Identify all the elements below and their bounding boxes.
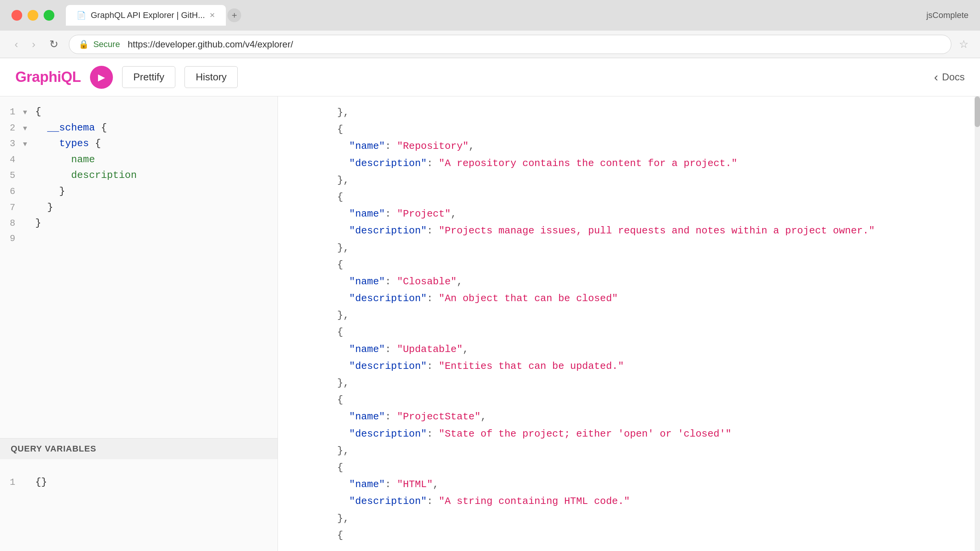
line-num-8: 8 (0, 216, 23, 231)
browser-tab[interactable]: 📄 GraphQL API Explorer | GitH... ✕ (66, 5, 226, 26)
scrollbar-thumb[interactable] (975, 96, 980, 127)
line-content-6: } (32, 184, 65, 200)
code-line-7: 7 } (0, 200, 278, 216)
scrollbar-track[interactable] (975, 96, 980, 551)
title-bar: 📄 GraphQL API Explorer | GitH... ✕ + jsC… (0, 0, 980, 31)
toggle-2[interactable]: ▼ (23, 123, 32, 134)
code-line-1: 1 ▼ { (0, 104, 278, 120)
line-num-1: 1 (0, 105, 23, 119)
line-content-7: } (32, 200, 53, 216)
line-num-2: 2 (0, 121, 23, 135)
line-num-4: 4 (0, 153, 23, 167)
history-button[interactable]: History (185, 66, 238, 88)
line-content-2: __schema { (32, 120, 107, 136)
code-line-4: 4 name (0, 152, 278, 168)
var-line-num-1: 1 (0, 475, 23, 490)
line-num-3: 3 (0, 137, 23, 151)
docs-chevron-icon: ‹ (934, 70, 938, 84)
url-text: https://developer.github.com/v4/explorer… (127, 39, 293, 50)
left-panel: 1 ▼ { 2 ▼ __schema { 3 ▼ types (0, 96, 278, 551)
right-panel[interactable]: }, { "name": "Repository", "description"… (278, 96, 980, 551)
run-icon: ▶ (98, 72, 105, 83)
docs-label: Docs (942, 71, 965, 83)
line-num-7: 7 (0, 201, 23, 215)
line-num-9: 9 (0, 231, 23, 246)
code-line-8: 8 } (0, 215, 278, 231)
code-line-9: 9 (0, 231, 278, 246)
window-controls (11, 10, 54, 21)
code-line-3: 3 ▼ types { (0, 136, 278, 152)
forward-btn[interactable]: › (29, 37, 38, 52)
tab-title: GraphQL API Explorer | GitH... (91, 10, 205, 20)
toggle-1[interactable]: ▼ (23, 107, 32, 118)
window-minimize-btn[interactable] (28, 10, 38, 21)
query-variables-editor[interactable]: 1 {} (0, 459, 278, 551)
query-variables-section: QUERY VARIABLES 1 {} (0, 438, 278, 551)
var-line-1: 1 {} (0, 474, 278, 491)
back-btn[interactable]: ‹ (11, 37, 21, 52)
prettify-button[interactable]: Prettify (122, 66, 175, 88)
query-editor[interactable]: 1 ▼ { 2 ▼ __schema { 3 ▼ types (0, 96, 278, 438)
browser-chrome: 📄 GraphQL API Explorer | GitH... ✕ + jsC… (0, 0, 980, 58)
variables-code: 1 {} (0, 467, 278, 498)
new-tab-btn[interactable]: + (227, 8, 241, 22)
line-num-6: 6 (0, 184, 23, 199)
address-bar: ‹ › ↻ 🔒 Secure https://developer.github.… (0, 31, 980, 58)
tab-close-btn[interactable]: ✕ (209, 11, 215, 20)
line-num-5: 5 (0, 168, 23, 183)
jscomplete-label: jsComplete (926, 10, 969, 20)
line-content-3: types { (32, 136, 101, 152)
window-close-btn[interactable] (11, 10, 22, 21)
line-content-8: } (32, 215, 41, 231)
toggle-3[interactable]: ▼ (23, 139, 32, 150)
graphiql-app: GraphiQL ▶ Prettify History ‹ Docs 1 ▼ { (0, 58, 980, 551)
code-line-2: 2 ▼ __schema { (0, 120, 278, 136)
var-content-1: {} (32, 474, 47, 491)
result-area: }, { "name": "Repository", "description"… (278, 96, 980, 551)
code-editor: 1 ▼ { 2 ▼ __schema { 3 ▼ types (0, 96, 278, 254)
tab-bar: 📄 GraphQL API Explorer | GitH... ✕ + (66, 5, 926, 26)
line-content-5: description (32, 168, 137, 184)
graphiql-toolbar: GraphiQL ▶ Prettify History ‹ Docs (0, 58, 980, 96)
code-line-5: 5 description (0, 168, 278, 184)
url-field[interactable]: 🔒 Secure https://developer.github.com/v4… (69, 35, 951, 54)
refresh-btn[interactable]: ↻ (46, 36, 61, 52)
secure-label: Secure (93, 39, 120, 49)
secure-icon: 🔒 (78, 39, 89, 49)
tab-page-icon: 📄 (77, 11, 86, 20)
docs-button[interactable]: ‹ Docs (934, 70, 965, 84)
editor-area: 1 ▼ { 2 ▼ __schema { 3 ▼ types (0, 96, 980, 551)
window-maximize-btn[interactable] (44, 10, 54, 21)
bookmark-btn[interactable]: ☆ (959, 38, 969, 51)
code-line-6: 6 } (0, 184, 278, 200)
app-title: GraphiQL (15, 69, 81, 85)
run-button[interactable]: ▶ (90, 66, 113, 89)
line-content-1: { (32, 104, 41, 120)
query-variables-header: QUERY VARIABLES (0, 439, 278, 459)
line-content-4: name (32, 152, 95, 168)
